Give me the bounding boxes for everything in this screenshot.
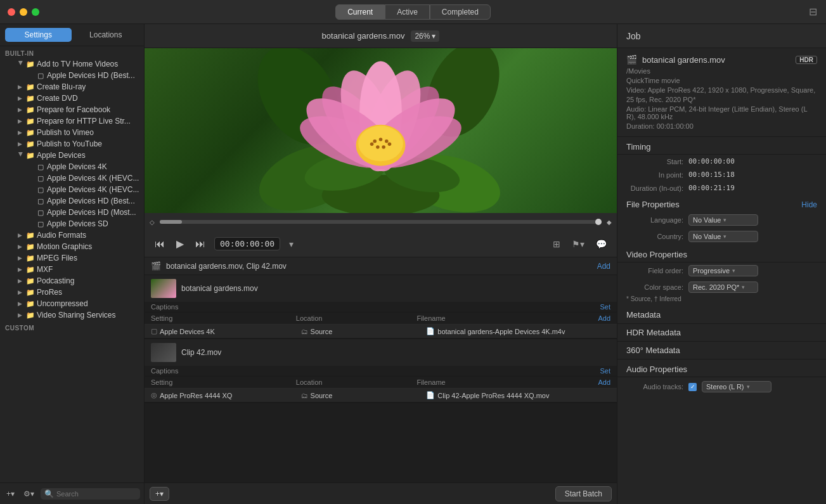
- flag-icon[interactable]: ⚑▾: [569, 238, 587, 250]
- job-filename: botanical gardens.mov: [642, 55, 725, 65]
- sidebar-item-apple-devices-4k-hevc2[interactable]: ▢ Apple Devices 4K (HEVC...: [0, 184, 144, 195]
- search-box[interactable]: 🔍 Search: [41, 488, 140, 500]
- sidebar-item-prepare-http[interactable]: ▶ 📁 Prepare for HTTP Live Str...: [0, 115, 144, 127]
- sidebar-item-apple-devices-4k-hevc1[interactable]: ▢ Apple Devices 4K (HEVC...: [0, 172, 144, 184]
- setting-icon: ▢: [151, 327, 157, 335]
- field-order-select[interactable]: Progressive ▾: [688, 265, 758, 276]
- chevron-down-icon: ▾: [742, 284, 745, 290]
- minimize-button[interactable]: [20, 8, 27, 16]
- audio-checkbox[interactable]: ✓: [688, 383, 697, 391]
- arrow-icon: ▶: [18, 289, 24, 295]
- sidebar-item-label: Podcasting: [37, 276, 141, 285]
- tab-current[interactable]: Current: [335, 4, 385, 20]
- sidebar-footer: +▾ ⚙▾ 🔍 Search: [0, 482, 144, 504]
- zoom-selector[interactable]: 26% ▾: [411, 30, 439, 42]
- sidebar-item-label: MXF: [37, 265, 141, 274]
- add-button[interactable]: +▾: [4, 488, 17, 500]
- audio-tracks-select[interactable]: Stereo (L R) ▾: [702, 381, 771, 392]
- start-value: 00:00:00:00: [688, 157, 735, 165]
- sidebar-item-apple-devices-hd-best[interactable]: ▢ Apple Devices HD (Best...: [0, 195, 144, 207]
- close-button[interactable]: [8, 8, 15, 16]
- color-space-select[interactable]: Rec. 2020 PQ* ▾: [688, 281, 758, 293]
- scrubber-track[interactable]: [160, 220, 602, 224]
- arrow-icon: ▶: [18, 300, 24, 307]
- row-add-button[interactable]: Add: [598, 314, 610, 322]
- file-icon: ▢: [36, 208, 45, 217]
- batch-add-button[interactable]: Add: [597, 262, 610, 271]
- sidebar-item-podcasting[interactable]: ▶ 📁 Podcasting: [0, 275, 144, 287]
- sidebar-item-mxf[interactable]: ▶ 📁 MXF: [0, 264, 144, 275]
- folder-icon: 📁: [26, 254, 35, 262]
- sidebar-item-mpeg-files[interactable]: ▶ 📁 MPEG Files: [0, 252, 144, 264]
- sidebar-item-apple-devices-4k[interactable]: ▢ Apple Devices 4K: [0, 161, 144, 172]
- col-header-setting: Setting: [151, 314, 296, 322]
- rewind-button[interactable]: ⏮: [152, 237, 167, 251]
- file-props-hide-button[interactable]: Hide: [801, 200, 817, 209]
- sidebar-item-label: Apple Devices HD (Most...: [47, 208, 141, 217]
- sidebar-item-prores[interactable]: ▶ 📁 ProRes: [0, 287, 144, 298]
- color-space-label: Color space:: [626, 283, 683, 291]
- settings-button[interactable]: ⚙▾: [21, 488, 37, 500]
- sidebar-tab-locations[interactable]: Locations: [73, 28, 139, 42]
- start-batch-button[interactable]: Start Batch: [555, 486, 612, 501]
- sidebar-section-custom: CUSTOM: [0, 321, 144, 333]
- batch-sub-thumb-2: Clip 42.mov: [145, 339, 617, 366]
- fastforward-button[interactable]: ⏭: [193, 237, 208, 251]
- sidebar-item-apple-devices-sd[interactable]: ▢ Apple Devices SD: [0, 218, 144, 229]
- col-header-setting-2: Setting: [151, 378, 296, 386]
- language-label: Language:: [626, 216, 683, 224]
- sidebar-item-add-tv[interactable]: ▶ 📁 Add to TV Home Videos: [0, 58, 144, 70]
- sidebar-item-prepare-facebook[interactable]: ▶ 📁 Prepare for Facebook: [0, 104, 144, 115]
- controls-bar: ⏮ ▶ ⏭ 00:00:00:00 ▾ ⊞ ⚑▾ 💬: [145, 231, 617, 257]
- sidebar-item-label: Add to TV Home Videos: [37, 60, 141, 68]
- svg-point-21: [370, 143, 374, 146]
- sidebar-item-create-bluray[interactable]: ▶ 📁 Create Blu-ray: [0, 81, 144, 93]
- play-button[interactable]: ▶: [174, 236, 186, 251]
- sidebar-tab-settings[interactable]: Settings: [5, 28, 72, 42]
- country-select[interactable]: No Value ▾: [688, 231, 758, 242]
- sidebar-item-label: Apple Devices 4K: [47, 162, 141, 171]
- language-value: No Value: [693, 216, 721, 224]
- timecode-dropdown[interactable]: ▾: [287, 238, 296, 250]
- tab-completed[interactable]: Completed: [430, 4, 491, 20]
- window-icon: ⊟: [809, 6, 817, 18]
- job-video-info2: 25 fps, Rec. 2020 PQ*: [626, 96, 817, 103]
- timecode-display[interactable]: 00:00:00:00: [214, 237, 280, 250]
- language-select[interactable]: No Value ▾: [688, 214, 758, 226]
- fullscreen-button[interactable]: [32, 8, 39, 16]
- sidebar-item-audio-formats[interactable]: ▶ 📁 Audio Formats: [0, 229, 144, 241]
- folder-icon: 📁: [26, 299, 35, 308]
- row-add-button-2[interactable]: Add: [598, 378, 610, 386]
- sidebar-item-apple-devices-hd[interactable]: ▢ Apple Devices HD (Best...: [0, 70, 144, 81]
- view-toggle-icon[interactable]: ⊞: [550, 238, 563, 250]
- sidebar-item-apple-devices-hd-most[interactable]: ▢ Apple Devices HD (Most...: [0, 207, 144, 218]
- file-icon: ▢: [36, 185, 45, 194]
- arrow-icon: ▶: [18, 232, 24, 238]
- sidebar-item-motion-graphics[interactable]: ▶ 📁 Motion Graphics: [0, 241, 144, 252]
- svg-point-17: [358, 126, 403, 162]
- job-video-info: Video: Apple ProRes 422, 1920 x 1080, Pr…: [626, 86, 817, 94]
- setting-value-2: Apple ProRes 4444 XQ: [160, 392, 232, 399]
- filename-label: botanical gardens.mov: [322, 31, 405, 41]
- sidebar-item-video-sharing[interactable]: ▶ 📁 Video Sharing Services: [0, 309, 144, 321]
- tab-active[interactable]: Active: [385, 4, 430, 20]
- arrow-icon: ▶: [18, 312, 24, 318]
- setting-icon-2: ◎: [151, 391, 157, 399]
- sidebar-item-apple-devices[interactable]: ▶ 📁 Apple Devices: [0, 150, 144, 161]
- sidebar-item-publish-vimeo[interactable]: ▶ 📁 Publish to Vimeo: [0, 127, 144, 138]
- sidebar-item-create-dvd[interactable]: ▶ 📁 Create DVD: [0, 93, 144, 104]
- sidebar-item-uncompressed[interactable]: ▶ 📁 Uncompressed: [0, 298, 144, 309]
- cell-setting: ▢ Apple Devices 4K: [151, 327, 299, 335]
- arrow-icon: ▶: [18, 107, 24, 113]
- sidebar-item-publish-youtube[interactable]: ▶ 📁 Publish to YouTube: [0, 138, 144, 150]
- sidebar: Settings Locations BUILT-IN ▶ 📁 Add to T…: [0, 24, 145, 504]
- captions-set-button-2[interactable]: Set: [600, 367, 610, 375]
- file-type-icon: 🎬: [626, 55, 637, 65]
- captions-set-button[interactable]: Set: [600, 303, 610, 311]
- file-icon: ▢: [36, 162, 45, 171]
- setting-value: Apple Devices 4K: [160, 328, 215, 335]
- batch-captions-row-2: Captions Set: [145, 366, 617, 377]
- captions-icon[interactable]: 💬: [593, 238, 609, 250]
- add-batch-button[interactable]: +▾: [150, 487, 169, 501]
- folder-icon: 📁: [26, 128, 35, 137]
